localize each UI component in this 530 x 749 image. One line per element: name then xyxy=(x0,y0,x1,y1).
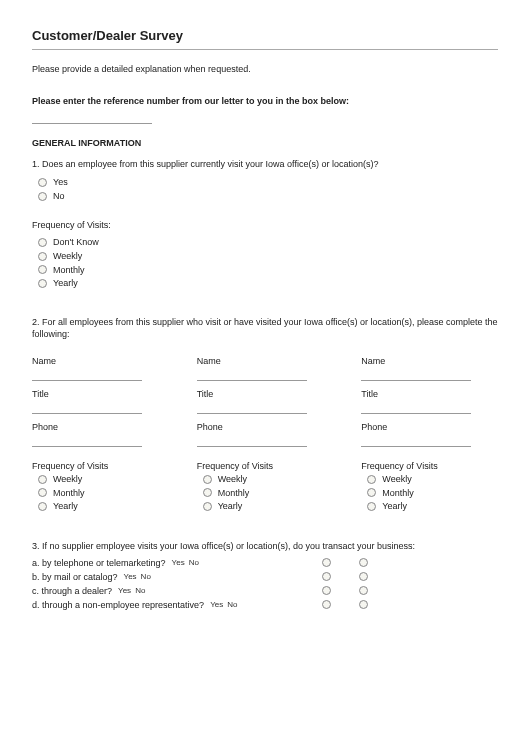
freq-option-yearly[interactable]: Yearly xyxy=(38,277,498,290)
q2-fov-weekly-label: Weekly xyxy=(218,473,247,486)
q3-row-d: d. through a non-employee representative… xyxy=(32,600,498,610)
q2-fov-radio-monthly-2[interactable] xyxy=(203,488,212,497)
q3-no-label: No xyxy=(141,572,151,581)
intro-text: Please provide a detailed explanation wh… xyxy=(32,64,498,74)
q2-name-input-2[interactable] xyxy=(197,368,307,381)
q2-fov-radio-monthly-1[interactable] xyxy=(38,488,47,497)
q3-item-b: b. by mail or catalog? xyxy=(32,572,118,582)
q2-fov-monthly-3[interactable]: Monthly xyxy=(367,487,498,500)
q3a-radio-no[interactable] xyxy=(359,558,368,567)
q2-fov-label: Frequency of Visits xyxy=(32,461,169,471)
q3-yes-label: Yes xyxy=(124,572,137,581)
q2-name-label: Name xyxy=(361,356,498,366)
q3-row-a: a. by telephone or telemarketing? Yes No xyxy=(32,558,498,568)
q2-fov-radio-yearly-1[interactable] xyxy=(38,502,47,511)
q2-phone-input-2[interactable] xyxy=(197,434,307,447)
q3-item-a: a. by telephone or telemarketing? xyxy=(32,558,166,568)
q2-text: 2. For all employees from this supplier … xyxy=(32,316,498,340)
q2-fov-radio-weekly-2[interactable] xyxy=(203,475,212,484)
q3-row-c: c. through a dealer? Yes No xyxy=(32,586,498,596)
freq-option-weekly[interactable]: Weekly xyxy=(38,250,498,263)
q3-yn-inline: Yes No xyxy=(210,600,237,609)
q3-item-d: d. through a non-employee representative… xyxy=(32,600,204,610)
q2-fov-radio-weekly-3[interactable] xyxy=(367,475,376,484)
q2-fov-yearly-1[interactable]: Yearly xyxy=(38,500,169,513)
q1-radio-no[interactable] xyxy=(38,192,47,201)
q2-fov-weekly-2[interactable]: Weekly xyxy=(203,473,334,486)
freq-radio-dontknow[interactable] xyxy=(38,238,47,247)
q2-fov-label: Frequency of Visits xyxy=(361,461,498,471)
q2-fov-radio-yearly-2[interactable] xyxy=(203,502,212,511)
q2-fov-weekly-label: Weekly xyxy=(382,473,411,486)
freq-option-dontknow[interactable]: Don't Know xyxy=(38,236,498,249)
q2-name-label: Name xyxy=(197,356,334,366)
q2-fov-weekly-1[interactable]: Weekly xyxy=(38,473,169,486)
q2-fov-monthly-label: Monthly xyxy=(218,487,250,500)
page-title: Customer/Dealer Survey xyxy=(32,28,498,43)
survey-page: Customer/Dealer Survey Please provide a … xyxy=(0,0,530,749)
q2-name-input-1[interactable] xyxy=(32,368,142,381)
q1-option-no[interactable]: No xyxy=(38,190,498,203)
freq-label-dontknow: Don't Know xyxy=(53,236,99,249)
q3-item-c: c. through a dealer? xyxy=(32,586,112,596)
q1-radio-yes[interactable] xyxy=(38,178,47,187)
q2-fov-monthly-label: Monthly xyxy=(53,487,85,500)
q1-text: 1. Does an employee from this supplier c… xyxy=(32,158,498,170)
q2-col-1: Name Title Phone Frequency of Visits Wee… xyxy=(32,348,169,514)
reference-input[interactable] xyxy=(32,110,152,124)
q2-title-input-1[interactable] xyxy=(32,401,142,414)
q2-fov-yearly-2[interactable]: Yearly xyxy=(203,500,334,513)
q2-fov-yearly-label: Yearly xyxy=(382,500,407,513)
q3-text: 3. If no supplier employee visits your I… xyxy=(32,540,498,552)
q2-fov-weekly-label: Weekly xyxy=(53,473,82,486)
q3b-radio-no[interactable] xyxy=(359,572,368,581)
q2-name-input-3[interactable] xyxy=(361,368,471,381)
freq-label-yearly: Yearly xyxy=(53,277,78,290)
q3-yn-inline: Yes No xyxy=(118,586,145,595)
q2-phone-input-3[interactable] xyxy=(361,434,471,447)
q2-fov-monthly-2[interactable]: Monthly xyxy=(203,487,334,500)
freq-radio-monthly[interactable] xyxy=(38,265,47,274)
q2-phone-label: Phone xyxy=(361,422,498,432)
q2-col-2: Name Title Phone Frequency of Visits Wee… xyxy=(197,348,334,514)
q2-columns: Name Title Phone Frequency of Visits Wee… xyxy=(32,348,498,514)
q2-fov-yearly-label: Yearly xyxy=(53,500,78,513)
q2-title-input-3[interactable] xyxy=(361,401,471,414)
q3-yn-inline: Yes No xyxy=(124,572,151,581)
q1-label-no: No xyxy=(53,190,65,203)
q2-fov-radio-weekly-1[interactable] xyxy=(38,475,47,484)
q2-fov-radio-yearly-3[interactable] xyxy=(367,502,376,511)
title-divider xyxy=(32,49,498,50)
q2-fov-label: Frequency of Visits xyxy=(197,461,334,471)
q3-yn-inline: Yes No xyxy=(172,558,199,567)
freq-radio-weekly[interactable] xyxy=(38,252,47,261)
q2-phone-label: Phone xyxy=(197,422,334,432)
q3-no-label: No xyxy=(135,586,145,595)
q3-no-label: No xyxy=(227,600,237,609)
freq-radio-yearly[interactable] xyxy=(38,279,47,288)
freq-label: Frequency of Visits: xyxy=(32,220,498,230)
q3-yes-label: Yes xyxy=(172,558,185,567)
q2-phone-label: Phone xyxy=(32,422,169,432)
q2-fov-yearly-3[interactable]: Yearly xyxy=(367,500,498,513)
q3b-radio-yes[interactable] xyxy=(322,572,331,581)
q3d-radio-yes[interactable] xyxy=(322,600,331,609)
q3-yes-label: Yes xyxy=(118,586,131,595)
q3c-radio-no[interactable] xyxy=(359,586,368,595)
q3d-radio-no[interactable] xyxy=(359,600,368,609)
q2-phone-input-1[interactable] xyxy=(32,434,142,447)
q1-option-yes[interactable]: Yes xyxy=(38,176,498,189)
q2-fov-monthly-1[interactable]: Monthly xyxy=(38,487,169,500)
q2-col-3: Name Title Phone Frequency of Visits Wee… xyxy=(361,348,498,514)
q3-yes-label: Yes xyxy=(210,600,223,609)
q3-no-label: No xyxy=(189,558,199,567)
q3a-radio-yes[interactable] xyxy=(322,558,331,567)
q2-fov-radio-monthly-3[interactable] xyxy=(367,488,376,497)
q3-row-b: b. by mail or catalog? Yes No xyxy=(32,572,498,582)
freq-option-monthly[interactable]: Monthly xyxy=(38,264,498,277)
reference-label: Please enter the reference number from o… xyxy=(32,96,498,106)
q3c-radio-yes[interactable] xyxy=(322,586,331,595)
freq-label-monthly: Monthly xyxy=(53,264,85,277)
q2-fov-weekly-3[interactable]: Weekly xyxy=(367,473,498,486)
q2-title-input-2[interactable] xyxy=(197,401,307,414)
